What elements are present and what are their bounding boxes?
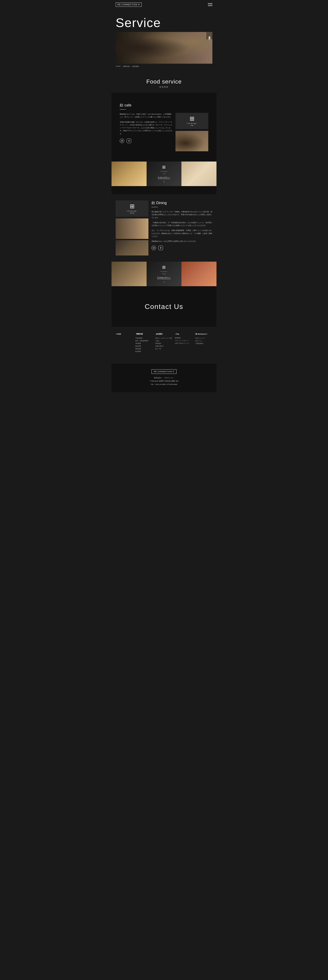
tsumugi-cafe-name: tsumugi — [179, 123, 205, 124]
dining-photo-bottom — [116, 240, 149, 256]
dining-photo-center[interactable]: ⊞ tsumugi Dining 紡 Dining 公式サイト › — [147, 262, 182, 286]
cafe-desc-1: 開放感あるカフェは、大阪の人気店「Lilo Coffee Roasters」と共… — [120, 113, 173, 119]
footer-col-home: - HOME — [116, 333, 133, 353]
footer-nav: - HOME - 事業内容 不動産事業 投資・資産運用事業 M&A事業 建設事業… — [112, 327, 216, 363]
breadcrumb-home[interactable]: HOME — [116, 65, 120, 68]
header-logo[interactable]: RE:CONNECTION ® — [116, 2, 142, 7]
footer-item-privacy[interactable]: プライバシーポリシー — [175, 339, 192, 342]
dining-social-icons — [152, 246, 212, 250]
footer-item-contact-form[interactable]: お問い合わせフォーム — [175, 342, 192, 345]
tsumugi-cafe-center-sub: cafe — [163, 173, 165, 174]
dining-desc-1: 希少価値の高いＡ５ランクの「京都肉」や農地直送で仕入を行っている魚介類、地元京都… — [152, 210, 212, 219]
footer-logo[interactable]: RE:CONNECTION ® — [152, 369, 176, 374]
cafe-description: 開放感あるカフェは、大阪の人気店「Lilo Coffee Roasters」と共… — [120, 113, 173, 151]
cafe-divider — [120, 109, 126, 110]
cafe-content: 紡 cafe 開放感あるカフェは、大阪の人気店「Lilo Coffee Roas… — [116, 99, 212, 155]
dining-desc-3: また、ランチタイムには、京都の老舗漬業処「大黒屋」の養メニューをお楽しみいただけ… — [152, 229, 212, 238]
food-service-title-ja: 飲食事業 — [116, 86, 212, 88]
dining-official-link[interactable]: 紡 Dining 公式サイト — [157, 277, 171, 279]
contact-title: Contact Us — [116, 302, 212, 310]
dining-facebook-icon[interactable] — [158, 246, 163, 250]
dining-desc-4: 高級感あるおしゃれな空間でお食事をお楽しみいただけます。 — [152, 240, 212, 243]
dining-instagram-icon[interactable] — [152, 246, 156, 250]
dining-section: ⊞ tsumugi Dining 紡 Dining 希少価値の高いＡ５ランクの「… — [112, 194, 216, 262]
svg-point-1 — [122, 140, 122, 141]
dining-photo-food-1 — [112, 262, 147, 286]
header: RE:CONNECTION ® — [112, 0, 216, 9]
tsumugi-dining-center-name: tsumugi — [160, 271, 168, 272]
tsumugi-dining-sub: Dining — [119, 212, 146, 214]
footer-item-realestate[interactable]: 不動産事業 — [135, 337, 153, 339]
footer-col-home-title[interactable]: - HOME — [116, 333, 133, 335]
footer-col-info: - FAQ 新着情報 プライバシーポリシー お問い合わせフォーム — [175, 333, 192, 353]
footer-item-sdgs[interactable]: SDGs レコネクションの取り組み — [155, 337, 173, 342]
footer-nav-grid: - HOME - 事業内容 不動産事業 投資・資産運用事業 M&A事業 建設事業… — [116, 333, 212, 353]
footer-col-business: - 事業内容 不動産事業 投資・資産運用事業 M&A事業 建設事業 福祉事業 飲… — [135, 333, 153, 353]
section-separator — [112, 186, 216, 194]
footer-col-faq-title[interactable]: - FAQ — [175, 333, 192, 335]
dining-photo-top — [116, 218, 149, 239]
tsumugi-dining-logo: ⊞ tsumugi Dining — [116, 200, 149, 217]
footer-item-welfare[interactable]: 福祉事業 — [135, 347, 153, 350]
footer-item-recruit[interactable]: 採用情報 — [155, 342, 173, 345]
footer-item-food[interactable]: 飲食事業 — [135, 350, 153, 353]
dining-text-area: 紡 Dining 希少価値の高いＡ５ランクの「京都肉」や農地直送で仕入を行ってい… — [152, 200, 212, 256]
dining-link-arrow: › — [163, 280, 165, 283]
footer-col-company: - 会社案内 SDGs レコネクションの取り組み 採用情報 先輩社員紹介 求人一… — [155, 333, 173, 353]
hero-title: Service — [116, 15, 212, 30]
hamburger-menu[interactable] — [208, 3, 212, 6]
footer-item-construction[interactable]: 建設事業 — [135, 345, 153, 347]
tsumugi-dining-center-sub: Dining — [162, 273, 166, 275]
tsumugi-dining-center-icon: ⊞ — [162, 265, 166, 270]
footer-item-dining-link[interactable]: - 紡ダイニング □ — [195, 337, 212, 339]
svg-point-4 — [154, 248, 154, 248]
breadcrumb-food[interactable]: 飲食事業 — [132, 65, 139, 68]
dining-layout: ⊞ tsumugi Dining 紡 Dining 希少価値の高いＡ５ランクの「… — [116, 200, 212, 256]
footer-item-cafe-link[interactable]: - 紡カフェ □ — [195, 339, 212, 342]
tsumugi-cafe-logo: ⊞ tsumugi Cafe — [176, 113, 208, 129]
cafe-interior-photo — [176, 131, 208, 151]
cafe-link-arrow: › — [163, 180, 165, 183]
svg-rect-0 — [121, 140, 123, 142]
cafe-right-panel: ⊞ tsumugi Cafe — [176, 113, 208, 151]
contact-section: Contact Us — [112, 286, 216, 327]
cafe-photo-drink — [181, 162, 216, 186]
dining-photo-food-2 — [181, 262, 216, 286]
hero-badge: 事業内容 — [206, 32, 212, 39]
footer-item-investment[interactable]: 投資・資産運用事業 — [135, 339, 153, 342]
footer-col-machiya-title[interactable]: - 紡 Machiya Inn □ — [195, 333, 212, 335]
footer-address: 〒600-8216 京都市下京区塩小路町 684 — [116, 380, 212, 383]
food-service-title-area: Food service 飲食事業 — [112, 69, 216, 92]
footer-company-name: 株式会社レ・コネクション — [116, 376, 212, 380]
footer-col-company-title[interactable]: - 会社案内 — [155, 333, 173, 335]
tsumugi-cafe-center-icon: ⊞ — [162, 165, 166, 170]
footer-col-business-title[interactable]: - 事業内容 — [135, 333, 153, 335]
tsumugi-cafe-sub: Cafe — [179, 125, 205, 126]
hero-image: 事業内容 — [116, 32, 212, 64]
cafe-name: 紡 cafe — [120, 103, 208, 108]
breadcrumb: HOME › 事業内容 › 飲食事業 — [112, 64, 216, 69]
cafe-desc-2: 京都元年創業の老舗「きりりや」の抹茶を使用した「グリーンティーラテブレッソ」や店… — [120, 121, 173, 135]
tsumugi-cafe-center-name: tsumugi — [160, 171, 168, 172]
dining-photo-grid: ⊞ tsumugi Dining 紡 Dining 公式サイト › — [112, 262, 216, 286]
tsumugi-cafe-icon: ⊞ — [179, 116, 205, 122]
dining-divider — [152, 207, 158, 207]
tsumugi-dining-icon: ⊞ — [119, 204, 146, 209]
cafe-layout: 開放感あるカフェは、大阪の人気店「Lilo Coffee Roasters」と共… — [120, 113, 208, 151]
footer-col-links: - 紡 Machiya Inn □ - 紡ダイニング □ - 紡カフェ □ - … — [195, 333, 212, 353]
cafe-instagram-icon[interactable] — [120, 138, 124, 143]
cafe-official-link[interactable]: 紡 cafe 公式サイト — [158, 177, 170, 179]
footer-item-staff[interactable]: 先輩社員紹介 — [155, 345, 173, 347]
cafe-social-icons — [120, 138, 173, 143]
cafe-photo-center[interactable]: ⊞ tsumugi cafe 紡 cafe 公式サイト › — [147, 162, 182, 186]
footer-item-ma[interactable]: M&A事業 — [135, 342, 153, 345]
tsumugi-dining-name: tsumugi — [119, 210, 146, 212]
footer-item-property-link[interactable]: - 不動産情報 □ — [195, 342, 212, 345]
footer-item-news[interactable]: 新着情報 — [175, 337, 192, 339]
footer-item-jobs[interactable]: 求人一覧 — [155, 347, 173, 350]
cafe-photo-food-1 — [112, 162, 147, 186]
cafe-facebook-icon[interactable] — [127, 138, 131, 143]
breadcrumb-service[interactable]: 事業内容 — [123, 65, 130, 68]
cafe-section: 紡 cafe 開放感あるカフェは、大阪の人気店「Lilo Coffee Roas… — [112, 92, 216, 162]
dining-name: 紡 Dining — [152, 200, 212, 205]
